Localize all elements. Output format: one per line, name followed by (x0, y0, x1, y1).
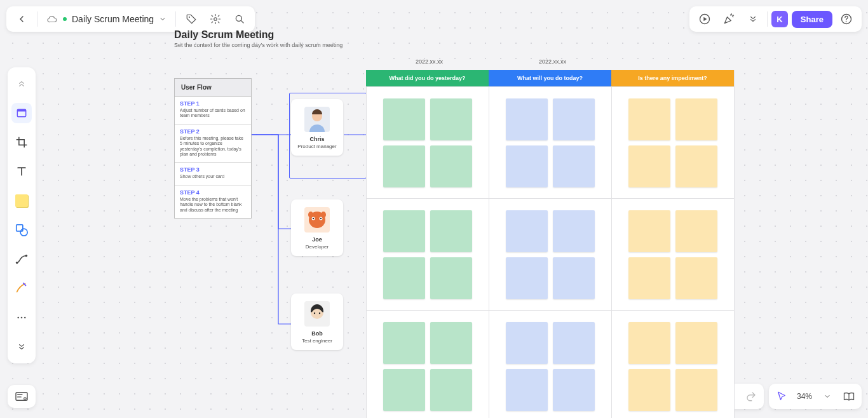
avatar-image (304, 301, 330, 327)
sticky-note[interactable] (383, 145, 425, 187)
sticky-note[interactable] (675, 257, 717, 299)
note-group (628, 322, 717, 411)
scrum-table[interactable]: What did you do yesterday? What will you… (366, 70, 735, 418)
sticky-note[interactable] (628, 322, 670, 364)
table-row (366, 198, 734, 310)
person-card[interactable]: Bob Test engineer (291, 293, 343, 350)
table-cell[interactable] (489, 311, 611, 418)
table-row (366, 310, 734, 418)
table-cell[interactable] (489, 199, 611, 310)
person-name: Joe (312, 236, 322, 243)
sticky-note[interactable] (430, 322, 472, 364)
sticky-note[interactable] (553, 322, 595, 364)
sticky-note[interactable] (675, 210, 717, 252)
table-cell[interactable] (366, 311, 489, 418)
sticky-note[interactable] (675, 145, 717, 187)
note-group (628, 210, 717, 299)
step-title: STEP 3 (180, 166, 246, 173)
note-group (383, 210, 472, 299)
step-desc: Move the problems that won't handle now … (180, 197, 246, 213)
note-group (506, 210, 595, 299)
svg-point-30 (319, 313, 320, 314)
table-header-row: What did you do yesterday? What will you… (366, 70, 734, 86)
table-cell[interactable] (366, 199, 489, 310)
note-group (628, 98, 717, 187)
column-header-yesterday: What did you do yesterday? (366, 70, 489, 86)
sticky-note[interactable] (383, 210, 425, 252)
sticky-note[interactable] (430, 257, 472, 299)
userflow-step[interactable]: STEP 3 Show others your card (175, 163, 251, 185)
person-name: Chris (309, 136, 324, 142)
sticky-note[interactable] (675, 322, 717, 364)
table-cell[interactable] (611, 87, 734, 198)
svg-point-24 (320, 218, 322, 219)
sticky-note[interactable] (430, 210, 472, 252)
sticky-note[interactable] (506, 322, 548, 364)
sticky-note[interactable] (383, 98, 425, 140)
sticky-note[interactable] (553, 98, 595, 140)
sticky-note[interactable] (430, 145, 472, 187)
note-group (383, 98, 472, 187)
person-card[interactable]: Joe Developer (291, 199, 343, 256)
person-role: Developer (306, 244, 329, 250)
sticky-note[interactable] (675, 369, 717, 411)
date-label: 2022.xx.xx (539, 58, 566, 65)
sticky-note[interactable] (430, 98, 472, 140)
sticky-note[interactable] (553, 210, 595, 252)
sticky-note[interactable] (506, 210, 548, 252)
sticky-note[interactable] (628, 369, 670, 411)
userflow-header: User Flow (175, 79, 251, 97)
step-title: STEP 1 (180, 100, 246, 107)
step-title: STEP 2 (180, 128, 246, 135)
sticky-note[interactable] (506, 257, 548, 299)
svg-point-25 (308, 212, 313, 218)
step-desc: Show others your card (180, 174, 246, 179)
step-desc: Adjust number of cards based on team mem… (180, 108, 246, 119)
table-cell[interactable] (611, 311, 734, 418)
avatar-image (304, 107, 330, 132)
sticky-note[interactable] (553, 145, 595, 187)
table-cell[interactable] (611, 199, 734, 310)
board-heading: Daily Scrum Meeting (174, 29, 274, 41)
sticky-note[interactable] (553, 369, 595, 411)
sticky-note[interactable] (675, 98, 717, 140)
sticky-note[interactable] (506, 145, 548, 187)
sticky-note[interactable] (383, 257, 425, 299)
step-desc: Before this meeting, please take 5 minut… (180, 136, 246, 158)
note-group (506, 322, 595, 411)
table-body (366, 86, 734, 418)
sticky-note[interactable] (628, 145, 670, 187)
sticky-note[interactable] (628, 98, 670, 140)
svg-point-26 (321, 212, 326, 218)
person-name: Bob (311, 330, 323, 337)
board-canvas[interactable]: Daily Scrum Meeting Set the context for … (0, 0, 868, 418)
person-role: Product manager (297, 144, 336, 149)
table-row (366, 86, 734, 198)
person-role: Test engineer (302, 338, 332, 344)
userflow-step[interactable]: STEP 1 Adjust number of cards based on t… (175, 97, 251, 125)
sticky-note[interactable] (506, 98, 548, 140)
svg-point-29 (314, 313, 315, 314)
step-title: STEP 4 (180, 189, 246, 196)
sticky-note[interactable] (506, 369, 548, 411)
sticky-note[interactable] (383, 369, 425, 411)
userflow-step[interactable]: STEP 4 Move the problems that won't hand… (175, 185, 251, 218)
table-cell[interactable] (366, 87, 489, 198)
sticky-note[interactable] (383, 322, 425, 364)
userflow-card[interactable]: User Flow STEP 1 Adjust number of cards … (174, 78, 252, 219)
svg-point-23 (313, 218, 314, 219)
person-card[interactable]: Chris Product manager (291, 99, 343, 156)
sticky-note[interactable] (628, 210, 670, 252)
note-group (383, 322, 472, 411)
avatar-image (304, 207, 330, 233)
sticky-note[interactable] (553, 257, 595, 299)
table-cell[interactable] (489, 87, 611, 198)
column-header-today: What will you do today? (489, 70, 611, 86)
sticky-note[interactable] (628, 257, 670, 299)
userflow-step[interactable]: STEP 2 Before this meeting, please take … (175, 125, 251, 163)
board-subheading: Set the context for the coming day's wor… (174, 42, 342, 48)
date-label: 2022.xx.xx (416, 58, 443, 65)
column-header-impediment: Is there any impediment? (611, 70, 734, 86)
sticky-note[interactable] (430, 369, 472, 411)
note-group (506, 98, 595, 187)
